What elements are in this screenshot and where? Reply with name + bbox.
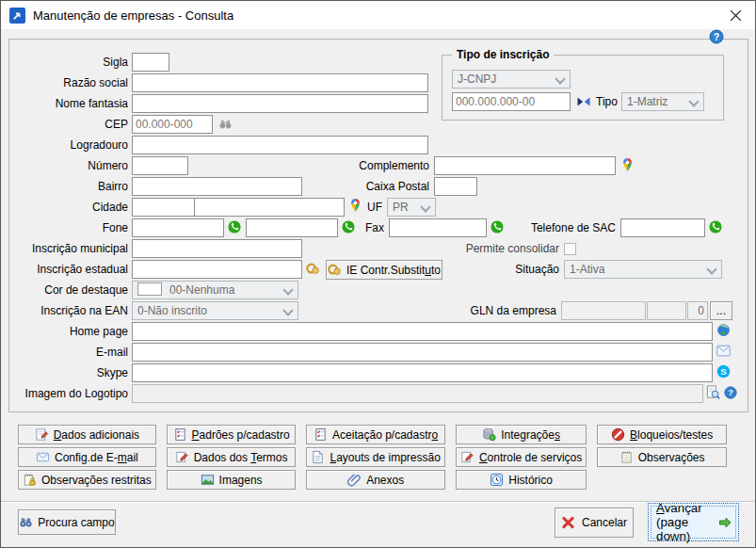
complemento-input[interactable] xyxy=(434,156,616,175)
uf-value: PR xyxy=(393,201,409,214)
inscricao-estadual-coins-icon[interactable] xyxy=(306,262,320,276)
permite-consolidar-label: Permite consolidar xyxy=(434,239,559,258)
logotipo-preview-icon[interactable] xyxy=(706,385,720,400)
config-email-button[interactable]: Config.de E-mail xyxy=(18,447,156,467)
fone2-whatsapp-icon[interactable] xyxy=(342,220,355,234)
tipo-inscricao-value: J-CNPJ xyxy=(458,73,496,86)
complemento-map-pin-icon[interactable] xyxy=(620,157,635,173)
email-envelope-icon[interactable] xyxy=(716,345,731,357)
skype-icon[interactable]: S xyxy=(716,364,731,379)
cidade-code-input[interactable] xyxy=(132,198,195,217)
inscricao-ean-label: Inscrição na EAN xyxy=(8,301,128,320)
dados-adicionais-button[interactable]: Dados adicionais xyxy=(18,425,156,444)
gln-field-3: 0 xyxy=(687,301,708,320)
paperclip-icon xyxy=(347,473,362,487)
globe-icon[interactable] xyxy=(716,323,731,337)
chevron-down-icon xyxy=(555,73,565,84)
svg-text:S: S xyxy=(720,366,727,377)
observacoes-restritas-button[interactable]: Observações restritas xyxy=(18,470,156,490)
email-label: E-mail xyxy=(8,343,128,362)
uf-combo: PR xyxy=(387,198,436,217)
app-window: Manutenção de empresas - Consulta ? Sigl… xyxy=(0,0,756,548)
svg-text:?: ? xyxy=(728,388,733,397)
sac-whatsapp-icon[interactable] xyxy=(709,220,722,234)
dados-termos-button[interactable]: Dados dos Termos xyxy=(167,447,297,467)
bloqueios-testes-button[interactable]: Bloqueios/testes xyxy=(597,425,727,444)
bairro-input[interactable] xyxy=(132,177,302,196)
avancar-button[interactable]: Avançar (page down) xyxy=(648,503,739,541)
numero-label: Número xyxy=(8,156,128,175)
padroes-cadastro-button[interactable]: Padrões p/cadastro xyxy=(167,425,297,444)
checklist-icon xyxy=(314,427,328,442)
cor-destaque-label: Cor de destaque xyxy=(8,281,128,299)
clock-icon xyxy=(490,473,504,487)
imagens-button[interactable]: Imagens xyxy=(167,470,297,490)
cep-input[interactable] xyxy=(132,115,213,134)
pencil-document-icon xyxy=(175,450,189,464)
sigla-input[interactable] xyxy=(132,53,169,72)
controle-servicos-button[interactable]: Controle de serviços xyxy=(456,447,587,467)
numero-input[interactable] xyxy=(132,156,188,175)
checklist-icon xyxy=(173,427,187,442)
home-page-input[interactable] xyxy=(132,322,713,341)
help-icon[interactable]: ? xyxy=(709,29,724,44)
gln-label: GLN da empresa xyxy=(434,301,556,320)
cnpj-input[interactable] xyxy=(452,92,571,111)
skype-input[interactable] xyxy=(132,363,713,382)
tipo-inscricao-combo: J-CNPJ xyxy=(452,70,571,89)
nome-fantasia-input[interactable] xyxy=(132,94,428,113)
document-icon xyxy=(311,450,325,464)
ie-button-label: IE Contr.Substituto xyxy=(346,264,441,277)
razao-social-input[interactable] xyxy=(132,73,428,92)
sac-label: Telefone de SAC xyxy=(509,218,616,237)
inscricao-estadual-input[interactable] xyxy=(132,260,302,279)
notepad-pencil-icon xyxy=(35,427,49,442)
cep-search-binoculars-icon[interactable] xyxy=(218,117,233,131)
avancar-label: Avançar (page down) xyxy=(656,501,717,543)
app-icon xyxy=(9,8,25,24)
fax-whatsapp-icon[interactable] xyxy=(491,220,504,234)
observacoes-button[interactable]: Observações xyxy=(597,447,727,467)
gln-more-button[interactable]: ... xyxy=(710,301,732,320)
integracoes-button[interactable]: Integrações xyxy=(456,425,587,444)
gln-field-1 xyxy=(561,301,646,320)
fone2-input[interactable] xyxy=(246,218,338,237)
procura-campo-button[interactable]: Procura campo xyxy=(18,509,116,535)
uf-label: UF xyxy=(359,198,382,217)
chevron-down-icon xyxy=(706,264,716,274)
notepad-lock-icon xyxy=(23,473,37,487)
grid-empty-slot xyxy=(597,470,727,490)
logradouro-input[interactable] xyxy=(132,136,428,154)
inscricao-municipal-input[interactable] xyxy=(132,239,302,258)
layouts-impressao-button[interactable]: Layouts de impressão xyxy=(306,447,444,467)
receita-federal-icon[interactable] xyxy=(576,94,591,109)
ie-contr-substituto-button[interactable]: IE Contr.Substituto xyxy=(326,260,442,280)
sac-input[interactable] xyxy=(620,218,705,237)
complemento-label: Complemento xyxy=(312,156,429,175)
permite-consolidar-checkbox[interactable] xyxy=(564,243,576,255)
caixa-postal-input[interactable] xyxy=(434,177,477,196)
cep-label: CEP xyxy=(8,115,128,134)
cor-destaque-value: 00-Nenhuma xyxy=(169,283,234,297)
cor-destaque-combo: 00-Nenhuma xyxy=(132,281,298,299)
fax-input[interactable] xyxy=(389,218,487,237)
cidade-nome-input[interactable] xyxy=(194,198,345,217)
anexos-button[interactable]: Anexos xyxy=(306,470,444,490)
inscricao-ean-value: 0-Não inscrito xyxy=(137,304,207,317)
aceitacao-cadastro-button[interactable]: Aceitação p/cadastro xyxy=(306,425,444,444)
block-icon xyxy=(611,427,625,442)
historico-button[interactable]: Histórico xyxy=(456,470,587,490)
window-title: Manutenção de empresas - Consulta xyxy=(33,8,233,23)
cancelar-button[interactable]: Cancelar xyxy=(555,508,634,538)
email-input[interactable] xyxy=(132,343,713,362)
envelope-icon xyxy=(36,450,50,464)
inscricao-estadual-label: Inscrição estadual xyxy=(8,260,128,279)
notepad-icon xyxy=(619,450,634,464)
chevron-down-icon xyxy=(282,284,293,295)
fone1-whatsapp-icon[interactable] xyxy=(228,220,241,234)
fone1-input[interactable] xyxy=(132,218,224,237)
advance-arrow-icon xyxy=(717,515,732,530)
close-button[interactable] xyxy=(716,1,755,29)
database-icon xyxy=(482,427,496,442)
logotipo-help-icon[interactable]: ? xyxy=(724,386,737,399)
